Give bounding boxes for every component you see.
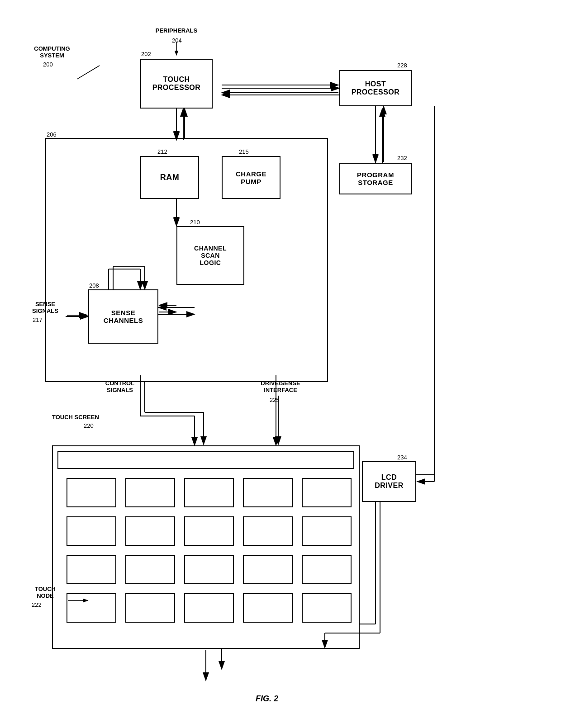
figure-caption: FIG. 2 bbox=[222, 694, 312, 704]
